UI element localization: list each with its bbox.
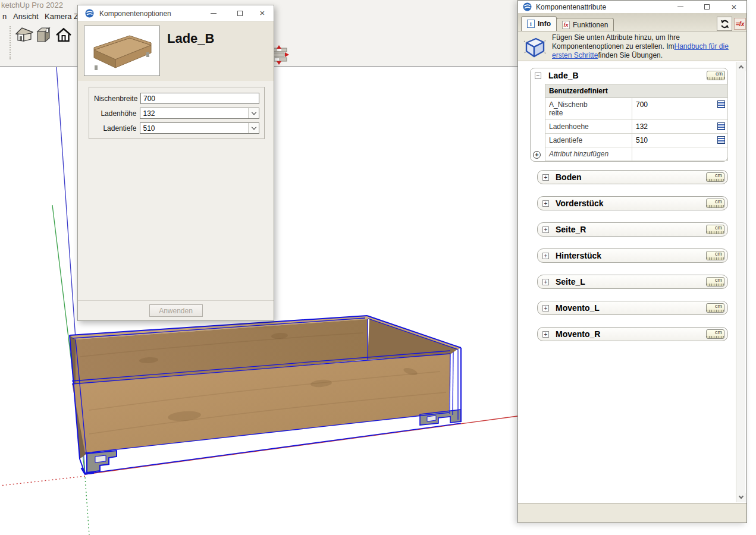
units-label: cm [707,251,724,257]
expand-icon[interactable]: + [542,253,549,259]
chevron-down-icon [251,125,256,130]
units-label: cm [707,225,724,231]
attribute-row[interactable]: A_Nischenb reite 700 [545,98,727,120]
tab-info[interactable]: i Info [521,16,557,31]
component-cube-icon [522,34,548,62]
scroll-up-button[interactable] [736,62,746,71]
subcomponent-section-seite-l[interactable]: + Seite_L cm [537,275,728,289]
expand-icon[interactable]: + [542,226,549,233]
subcomponent-name: Seite_R [556,225,586,234]
subcomponent-name: Boden [556,172,582,182]
value-options-icon[interactable] [717,122,725,130]
value-options-icon[interactable] [717,136,725,144]
component-name-heading: Lade_B [167,31,214,46]
toolbar-drag-handle[interactable] [10,26,11,59]
close-icon[interactable]: × [253,5,271,21]
ruler-icon [707,336,724,339]
units-badge[interactable]: cm [706,277,724,287]
units-label: cm [707,71,724,77]
attribute-name: A_Nischenb reite [545,98,632,119]
component-box-icon[interactable] [36,27,51,45]
menu-item-clipped[interactable]: n [2,12,7,21]
dropdown-button[interactable] [248,108,259,118]
refresh-button[interactable] [717,17,732,31]
menu-item-kamera[interactable]: Kamera [45,12,72,21]
attribute-value[interactable]: 132 [632,120,727,133]
panel-title: Komponentenattribute [536,3,606,11]
units-label: cm [707,304,724,309]
units-badge[interactable]: cm [706,329,724,339]
section-header[interactable]: − Lade_B cm [531,68,727,84]
maximize-button[interactable] [698,1,716,13]
help-text-post: finden Sie Übungen. [598,51,663,59]
add-attribute-row[interactable]: Attribut hinzufügen [545,147,727,161]
nischenbreite-label: Nischenbreite [94,95,140,103]
panel-titlebar[interactable]: Komponentenattribute × [518,1,746,13]
option-row: Nischenbreite [94,93,259,104]
ladentiefe-select[interactable]: 510 [140,122,259,134]
close-icon[interactable]: × [725,1,743,13]
units-badge[interactable]: cm [706,199,724,208]
add-attribute-icon[interactable]: + [533,151,541,159]
expand-icon[interactable]: + [542,200,549,207]
attribute-row[interactable]: Ladenhoehe 132 [545,120,727,134]
subcomponent-section-seite-r[interactable]: + Seite_R cm [537,222,728,237]
add-attribute-label[interactable]: Attribut hinzufügen [545,147,632,160]
panel-footer [518,503,746,523]
attributes-content: − Lade_B cm Benutzerdefiniert A_Nischenb… [518,61,746,503]
value-options-icon[interactable] [717,100,725,108]
maximize-button[interactable] [231,5,249,21]
home-icon[interactable] [55,27,72,45]
units-label: cm [707,173,724,178]
ladenhoehe-select[interactable]: 132 [140,108,259,119]
ruler-icon [707,310,724,313]
units-badge[interactable]: cm [706,303,724,313]
subcomponent-section-movento-l[interactable]: + Movento_L cm [537,301,728,315]
expand-icon[interactable]: + [542,305,549,311]
new-model-house-icon[interactable] [15,26,33,45]
tab-funktionen-label: Funktionen [573,21,608,29]
attribute-value-text: 510 [636,136,648,144]
minimize-button[interactable] [205,5,222,21]
units-badge[interactable]: cm [706,172,724,182]
expand-icon[interactable]: + [542,174,549,181]
dialog-footer: Anwenden [78,300,274,320]
help-text-pre: Fügen Sie unten Attribute hinzu, um Ihre… [552,33,680,51]
menu-item-ansicht[interactable]: Ansicht [13,12,39,21]
collapse-icon[interactable]: − [535,73,541,79]
toggle-formula-button[interactable]: =fx [734,18,746,30]
ladentiefe-label: Ladentiefe [94,124,140,133]
chevron-down-icon [251,110,256,115]
units-badge[interactable]: cm [706,251,724,260]
tab-strip: i Info fx Funktionen =fx [518,13,746,32]
panel-scrollbar[interactable] [736,62,745,502]
attribute-table: Benutzerdefiniert A_Nischenb reite 700 L… [545,84,728,161]
expand-icon[interactable]: + [542,279,549,285]
dropdown-button[interactable] [248,123,259,133]
info-icon: i [527,20,535,28]
subcomponent-section-boden[interactable]: + Boden cm [537,170,728,184]
dialog-titlebar[interactable]: Komponentenoptionen × [78,5,274,21]
subcomponent-section-vorderstueck[interactable]: + Vorderstück cm [537,196,728,210]
component-thumbnail [84,26,160,76]
ruler-icon [707,205,724,208]
scroll-down-button[interactable] [736,493,746,502]
attribute-row[interactable]: Ladentiefe 510 [545,134,727,147]
apply-button[interactable]: Anwenden [149,304,203,317]
attribute-group-header: Benutzerdefiniert [545,84,727,98]
units-badge[interactable]: cm [707,71,725,80]
ruler-icon [707,284,724,287]
expand-icon[interactable]: + [542,331,549,338]
ruler-icon [707,179,724,182]
tab-funktionen[interactable]: fx Funktionen [556,18,614,31]
subcomponent-name: Seite_L [556,277,585,287]
nischenbreite-input[interactable] [140,93,259,104]
subcomponent-section-movento-r[interactable]: + Movento_R cm [537,327,728,341]
attribute-value[interactable]: 510 [632,134,727,147]
minimize-button[interactable] [672,1,689,13]
drawer-slide-left[interactable] [87,451,117,473]
sketchup-app: ketchUp Pro 2022 n Ansicht Kamera Z [0,0,756,535]
subcomponent-section-hinterstueck[interactable]: + Hinterstück cm [537,248,728,263]
attribute-value[interactable]: 700 [632,98,727,119]
units-badge[interactable]: cm [706,225,724,234]
